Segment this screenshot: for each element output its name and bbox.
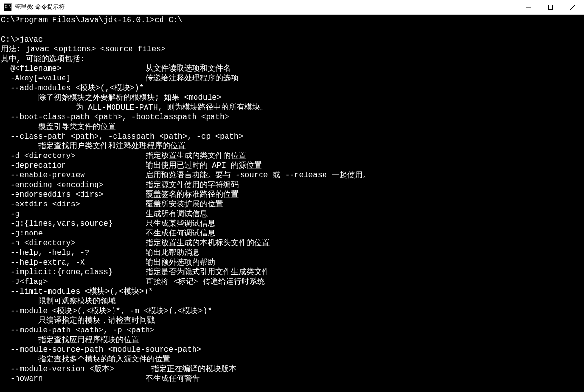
maximize-icon <box>548 5 553 10</box>
cmd-icon <box>4 3 12 11</box>
svg-rect-1 <box>549 5 553 9</box>
window-controls <box>517 0 584 14</box>
window-title: 管理员: 命令提示符 <box>15 3 517 11</box>
minimize-icon <box>526 5 531 10</box>
close-icon <box>570 5 575 10</box>
minimize-button[interactable] <box>517 0 539 14</box>
terminal-output[interactable]: C:\Program Files\Java\jdk-16.0.1>cd C:\ … <box>0 15 584 392</box>
close-button[interactable] <box>562 0 584 14</box>
titlebar[interactable]: 管理员: 命令提示符 <box>0 0 584 15</box>
maximize-button[interactable] <box>539 0 562 14</box>
